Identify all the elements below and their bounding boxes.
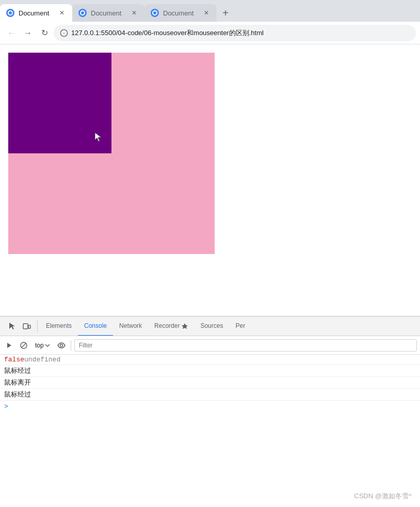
address-bar[interactable]: i 127.0.0.1:5500/04-code/06-mouseover和mo… bbox=[54, 25, 416, 41]
inner-box bbox=[8, 53, 111, 153]
eye-button[interactable] bbox=[55, 339, 68, 352]
cursor-icon bbox=[95, 133, 101, 142]
tab-network[interactable]: Network bbox=[113, 316, 148, 336]
svg-rect-4 bbox=[23, 324, 28, 329]
svg-point-10 bbox=[60, 344, 62, 346]
console-text-2: 鼠标经过 bbox=[4, 366, 31, 375]
console-output: false undefined 鼠标经过 鼠标离开 鼠标经过 > bbox=[0, 355, 420, 507]
watermark: CSDN @激如冬雪^ bbox=[354, 492, 412, 501]
console-toolbar: top bbox=[0, 336, 420, 355]
tab-2-title: Document bbox=[91, 9, 126, 17]
tab-3-favicon bbox=[151, 9, 159, 17]
back-button[interactable]: ← bbox=[4, 26, 19, 40]
tab-3-close[interactable]: ✕ bbox=[202, 9, 211, 17]
console-line-2: 鼠标经过 bbox=[0, 365, 420, 377]
refresh-button[interactable]: ↻ bbox=[37, 26, 52, 40]
console-line-3: 鼠标离开 bbox=[0, 377, 420, 389]
tab-2-close[interactable]: ✕ bbox=[130, 9, 138, 17]
tab-1-title: Document bbox=[19, 9, 54, 17]
svg-rect-5 bbox=[28, 325, 30, 328]
toolbar-divider bbox=[71, 340, 71, 351]
svg-marker-2 bbox=[95, 133, 101, 141]
svg-line-9 bbox=[22, 343, 26, 347]
tab-sources[interactable]: Sources bbox=[194, 316, 229, 336]
console-text-4: 鼠标经过 bbox=[4, 390, 31, 399]
tab-1[interactable]: Document ✕ bbox=[0, 4, 72, 22]
svg-marker-7 bbox=[7, 343, 11, 348]
new-tab-button[interactable]: + bbox=[217, 4, 234, 22]
tab-1-favicon bbox=[6, 9, 14, 17]
browser-toolbar: ← → ↻ i 127.0.0.1:5500/04-code/06-mouseo… bbox=[0, 22, 420, 44]
console-line-1: false undefined bbox=[0, 355, 420, 365]
demo-area bbox=[0, 44, 420, 262]
clear-button[interactable] bbox=[18, 339, 30, 352]
lock-icon: i bbox=[60, 29, 68, 37]
tab-elements[interactable]: Elements bbox=[40, 316, 78, 336]
run-button[interactable] bbox=[3, 339, 15, 352]
tab-bar: Document ✕ Document ✕ Document ✕ + bbox=[0, 0, 420, 22]
device-icon[interactable] bbox=[21, 320, 33, 332]
tab-3-title: Document bbox=[163, 9, 198, 17]
console-line-4: 鼠标经过 bbox=[0, 389, 420, 401]
devtools-tool-icons bbox=[2, 320, 38, 332]
forward-button[interactable]: → bbox=[21, 26, 35, 40]
svg-marker-3 bbox=[9, 323, 15, 329]
filter-input[interactable] bbox=[74, 339, 417, 352]
svg-marker-6 bbox=[182, 323, 188, 329]
tab-console[interactable]: Console bbox=[78, 316, 113, 336]
browser-window: Document ✕ Document ✕ Document ✕ + ← → ↻… bbox=[0, 0, 420, 507]
tab-3[interactable]: Document ✕ bbox=[144, 4, 217, 22]
devtools-panel: Elements Console Network Recorder Source… bbox=[0, 316, 420, 507]
console-prompt-line[interactable]: > bbox=[0, 401, 420, 413]
svg-text:i: i bbox=[63, 31, 64, 35]
tab-performance[interactable]: Per bbox=[229, 316, 251, 336]
false-keyword: false bbox=[4, 356, 24, 363]
page-inner bbox=[0, 44, 420, 316]
console-text-3: 鼠标离开 bbox=[4, 378, 31, 387]
devtools-tab-bar: Elements Console Network Recorder Source… bbox=[0, 316, 420, 336]
tab-2-favicon bbox=[78, 9, 87, 17]
chevron-down-icon bbox=[45, 344, 50, 347]
page-content bbox=[0, 44, 420, 316]
tab-1-close[interactable]: ✕ bbox=[58, 9, 66, 17]
url-text: 127.0.0.1:5500/04-code/06-mouseover和mous… bbox=[71, 28, 264, 38]
prompt-arrow: > bbox=[4, 403, 8, 410]
tab-2[interactable]: Document ✕ bbox=[72, 4, 144, 22]
context-selector[interactable]: top bbox=[32, 341, 53, 350]
pin-icon bbox=[182, 323, 188, 329]
tab-recorder[interactable]: Recorder bbox=[148, 316, 194, 336]
undefined-value: undefined bbox=[24, 356, 60, 363]
inspect-icon[interactable] bbox=[6, 320, 19, 332]
outer-box bbox=[8, 53, 215, 254]
